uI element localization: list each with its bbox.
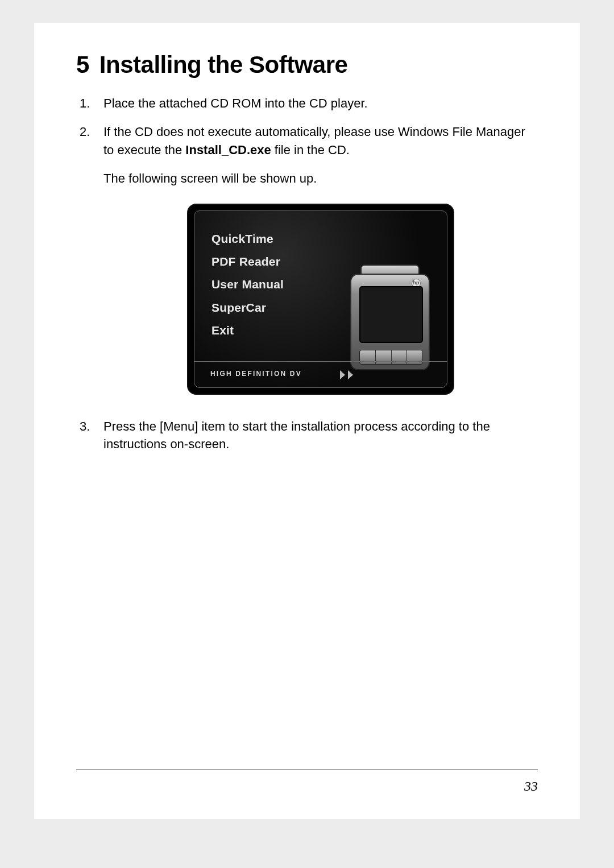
- step-3: Press the [Menu] item to start the insta…: [76, 418, 538, 454]
- step-2-sub: The following screen will be shown up.: [103, 170, 538, 188]
- device-body: hp: [350, 274, 430, 370]
- manual-page: 5Installing the Software Place the attac…: [34, 23, 580, 819]
- step-1-text: Place the attached CD ROM into the CD pl…: [103, 96, 368, 110]
- device-illustration: hp: [350, 274, 430, 370]
- step-2-text-b: file in the CD.: [271, 143, 350, 157]
- installer-footer: HIGH DEFINITION DV: [194, 361, 447, 387]
- installer-inner: QuickTime PDF Reader User Manual SuperCa…: [194, 210, 447, 388]
- installer-menu: QuickTime PDF Reader User Manual SuperCa…: [211, 230, 284, 340]
- menu-item-supercar[interactable]: SuperCar: [211, 299, 284, 316]
- installer-footer-label: HIGH DEFINITION DV: [210, 369, 302, 379]
- chevron-right-icon: [340, 370, 359, 379]
- step-2: If the CD does not execute automatically…: [76, 123, 538, 395]
- section-number: 5: [76, 51, 89, 78]
- menu-item-pdf-reader[interactable]: PDF Reader: [211, 253, 284, 270]
- menu-item-quicktime[interactable]: QuickTime: [211, 230, 284, 247]
- section-title: Installing the Software: [99, 51, 348, 78]
- step-3-text: Press the [Menu] item to start the insta…: [103, 419, 490, 452]
- menu-item-user-manual[interactable]: User Manual: [211, 276, 284, 293]
- menu-item-exit[interactable]: Exit: [211, 322, 284, 339]
- page-footer-rule: [76, 770, 538, 770]
- installer-window: QuickTime PDF Reader User Manual SuperCa…: [187, 204, 454, 395]
- page-number: 33: [524, 779, 538, 794]
- step-2-filename: Install_CD.exe: [185, 143, 271, 157]
- instruction-list: Place the attached CD ROM into the CD pl…: [76, 94, 538, 453]
- device-screen: [359, 286, 423, 343]
- section-heading: 5Installing the Software: [76, 51, 538, 78]
- step-1: Place the attached CD ROM into the CD pl…: [76, 94, 538, 113]
- installer-screenshot: QuickTime PDF Reader User Manual SuperCa…: [103, 204, 538, 395]
